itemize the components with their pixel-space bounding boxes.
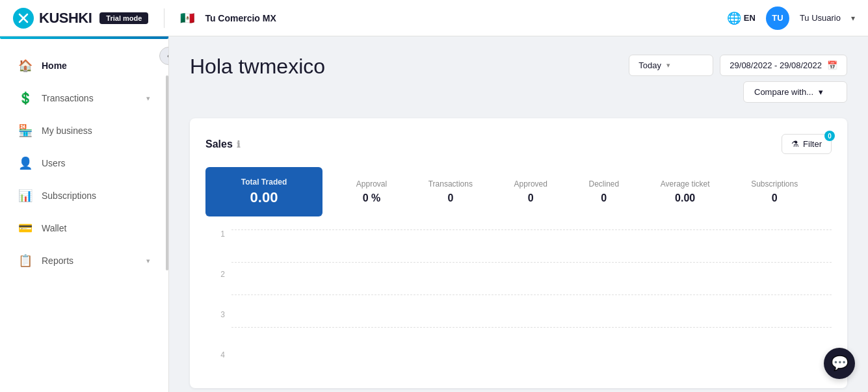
stat-items-row: Approval 0 % Transactions 0 Approved 0 — [322, 167, 832, 216]
header-controls: Today ▾ 29/08/2022 - 29/08/2022 📅 Compar… — [629, 55, 847, 103]
topnav-right: 🌐 EN TU Tu Usuario ▾ — [727, 7, 855, 30]
globe-icon: 🌐 — [727, 11, 741, 25]
stat-approved-value: 0 — [514, 192, 547, 204]
wallet-icon: 💳 — [18, 221, 33, 235]
chart-y4: 4 — [205, 350, 225, 359]
compare-label: Compare with... — [754, 87, 813, 97]
calendar-icon: 📅 — [827, 60, 837, 70]
user-avatar[interactable]: TU — [766, 7, 789, 30]
filter-funnel-icon: ⚗ — [791, 139, 799, 149]
page-header: Hola twmexico Today ▾ 29/08/2022 - 29/08… — [190, 55, 847, 103]
subscriptions-icon: 📊 — [18, 189, 33, 203]
date-range-text: 29/08/2022 - 29/08/2022 — [730, 60, 822, 70]
chart-y3: 3 — [205, 310, 225, 319]
chat-bubble-icon: 💬 — [831, 355, 848, 372]
filter-button[interactable]: ⚗ Filter 0 — [782, 134, 832, 154]
kushki-logo-icon — [13, 8, 34, 29]
main-content: Hola twmexico Today ▾ 29/08/2022 - 29/08… — [169, 36, 868, 392]
chart-area: 4 3 2 1 — [205, 229, 832, 372]
chat-bubble[interactable]: 💬 — [824, 348, 855, 379]
date-range-picker[interactable]: 29/08/2022 - 29/08/2022 📅 — [720, 55, 847, 76]
user-name: Tu Usuario — [800, 13, 841, 23]
topnav-left: KUSHKI Trial mode 🇲🇽 Tu Comercio MX — [13, 8, 276, 29]
user-menu-chevron[interactable]: ▾ — [851, 14, 855, 23]
sidebar-item-subscriptions[interactable]: 📊 Subscriptions — [0, 179, 168, 212]
sidebar-label-users: Users — [42, 158, 150, 168]
sidebar-item-users[interactable]: 👤 Users — [0, 147, 168, 179]
stat-item-approved: Approved 0 — [514, 179, 547, 204]
merchant-name: Tu Comercio MX — [205, 13, 276, 23]
chart-grid-line-2 — [231, 294, 832, 295]
topnav: KUSHKI Trial mode 🇲🇽 Tu Comercio MX 🌐 EN… — [0, 0, 868, 36]
total-traded-value: 0.00 — [224, 189, 304, 206]
stat-transactions-value: 0 — [428, 192, 473, 204]
chart-yaxis: 4 3 2 1 — [205, 229, 225, 359]
filter-badge: 0 — [824, 131, 835, 141]
sidebar-label-my-business: My business — [42, 125, 150, 136]
sidebar-item-wallet[interactable]: 💳 Wallet — [0, 212, 168, 244]
sidebar-label-wallet: Wallet — [42, 223, 150, 233]
period-dropdown-arrow: ▾ — [666, 61, 670, 70]
sidebar-item-home[interactable]: 🏠 Home — [0, 49, 168, 82]
stat-item-approval: Approval 0 % — [356, 179, 387, 204]
stat-declined-label: Declined — [588, 179, 619, 189]
sidebar-item-my-business[interactable]: 🏪 My business — [0, 114, 168, 147]
chart-y2: 2 — [205, 270, 225, 279]
sales-info-icon[interactable]: ℹ — [237, 139, 240, 150]
chart-grid — [231, 229, 832, 359]
stat-avg-ticket-value: 0.00 — [661, 192, 710, 204]
filter-label: Filter — [803, 139, 822, 149]
stat-transactions-label: Transactions — [428, 179, 473, 189]
reports-icon: 📋 — [18, 254, 33, 268]
stat-item-avg-ticket: Average ticket 0.00 — [661, 179, 710, 204]
compare-chevron-icon: ▾ — [819, 87, 823, 97]
merchant-flag: 🇲🇽 — [180, 11, 194, 25]
stat-approval-value: 0 % — [356, 192, 387, 204]
logo-text: KUSHKI — [39, 10, 92, 27]
sidebar: ‹ 🏠 Home 💲 Transactions ▾ 🏪 My business … — [0, 36, 169, 392]
main-layout: ‹ 🏠 Home 💲 Transactions ▾ 🏪 My business … — [0, 36, 868, 392]
chart-grid-line-4 — [231, 229, 832, 230]
stat-declined-value: 0 — [588, 192, 619, 204]
sidebar-scrollbar[interactable] — [166, 75, 168, 270]
trial-badge: Trial mode — [99, 12, 148, 24]
sidebar-item-transactions[interactable]: 💲 Transactions ▾ — [0, 82, 168, 114]
lang-selector[interactable]: 🌐 EN — [727, 11, 756, 25]
stat-approved-label: Approved — [514, 179, 547, 189]
period-dropdown-label: Today — [638, 60, 661, 70]
logo-wrap: KUSHKI — [13, 8, 92, 29]
lang-text: EN — [744, 13, 756, 23]
stat-subscriptions-value: 0 — [751, 192, 798, 204]
sidebar-label-reports: Reports — [42, 255, 137, 266]
sidebar-top-indicator — [0, 36, 168, 39]
total-traded-card: Total Traded 0.00 — [205, 167, 322, 216]
total-traded-label: Total Traded — [224, 177, 304, 187]
sales-card: Sales ℹ ⚗ Filter 0 Total Traded 0.00 — [190, 118, 847, 388]
sidebar-label-home: Home — [42, 60, 150, 71]
chart-grid-line-3 — [231, 262, 832, 263]
stats-row: Total Traded 0.00 Approval 0 % Transacti… — [205, 167, 832, 216]
sales-label: Sales — [205, 138, 233, 150]
sales-title: Sales ℹ — [205, 138, 240, 150]
stat-approval-label: Approval — [356, 179, 387, 189]
stat-item-declined: Declined 0 — [588, 179, 619, 204]
stat-item-transactions: Transactions 0 — [428, 179, 473, 204]
sidebar-label-transactions: Transactions — [42, 93, 137, 103]
chart-y1: 1 — [205, 229, 225, 239]
chart-grid-line-1 — [231, 327, 832, 328]
nav-divider — [164, 8, 164, 28]
date-controls: Today ▾ 29/08/2022 - 29/08/2022 📅 — [629, 55, 847, 76]
compare-button[interactable]: Compare with... ▾ — [743, 81, 847, 103]
transactions-chevron: ▾ — [146, 94, 150, 103]
sidebar-item-reports[interactable]: 📋 Reports ▾ — [0, 244, 168, 277]
sales-header: Sales ℹ ⚗ Filter 0 — [205, 134, 832, 154]
period-dropdown[interactable]: Today ▾ — [629, 55, 713, 76]
my-business-icon: 🏪 — [18, 124, 33, 138]
page-title: Hola twmexico — [190, 55, 325, 79]
users-icon: 👤 — [18, 156, 33, 170]
stat-item-subscriptions: Subscriptions 0 — [751, 179, 798, 204]
home-icon: 🏠 — [18, 59, 33, 73]
transactions-icon: 💲 — [18, 91, 33, 105]
reports-chevron: ▾ — [146, 257, 150, 265]
stat-avg-ticket-label: Average ticket — [661, 179, 710, 189]
